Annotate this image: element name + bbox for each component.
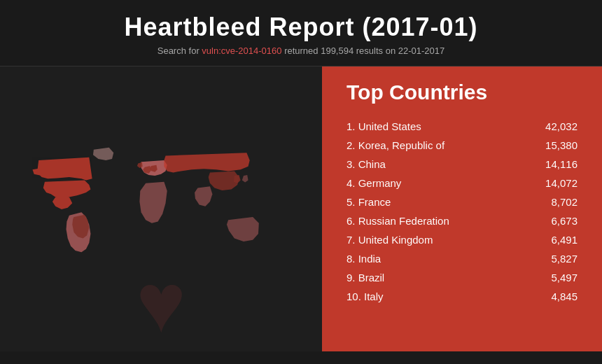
country-name: 3. China [346, 158, 536, 170]
page-header: Heartbleed Report (2017-01) Search for v… [0, 0, 602, 66]
country-row: 2. Korea, Republic of15,380 [346, 136, 578, 155]
country-row: 8. India5,827 [346, 249, 578, 268]
country-name: 4. Germany [346, 177, 536, 189]
country-name: 7. United Kingdom [346, 234, 536, 246]
country-name: 6. Russian Federation [346, 215, 536, 227]
country-row: 4. Germany14,072 [346, 174, 578, 192]
country-name: 5. France [346, 196, 536, 208]
country-count: 6,491 [536, 234, 578, 246]
countries-list: 1. United States42,0322. Korea, Republic… [346, 117, 578, 306]
country-count: 4,845 [536, 290, 578, 302]
countries-heading: Top Countries [346, 80, 578, 104]
country-count: 8,702 [536, 196, 578, 208]
subtitle-prefix: Search for [158, 46, 202, 56]
world-map [8, 74, 314, 344]
country-name: 8. India [346, 253, 536, 265]
country-row: 9. Brazil5,497 [346, 268, 578, 287]
country-count: 15,380 [536, 139, 578, 151]
country-name: 10. Italy [346, 290, 536, 302]
country-name: 9. Brazil [346, 272, 536, 284]
map-section: ♥ [0, 66, 322, 351]
page-title: Heartbleed Report (2017-01) [14, 13, 588, 42]
countries-section: Top Countries 1. United States42,0322. K… [322, 66, 602, 351]
country-name: 1. United States [346, 120, 536, 132]
subtitle-suffix: returned 199,594 results on 22-01-2017 [282, 46, 445, 56]
main-content: ♥ [0, 66, 602, 351]
country-row: 6. Russian Federation6,673 [346, 211, 578, 230]
subtitle: Search for vuln:cve-2014-0160 returned 1… [14, 46, 588, 56]
country-row: 3. China14,116 [346, 155, 578, 174]
country-count: 5,497 [536, 272, 578, 284]
country-row: 10. Italy4,845 [346, 287, 578, 306]
country-count: 42,032 [536, 120, 578, 132]
country-count: 5,827 [536, 253, 578, 265]
country-count: 6,673 [536, 215, 578, 227]
country-name: 2. Korea, Republic of [346, 139, 536, 151]
country-count: 14,116 [536, 158, 578, 170]
country-row: 1. United States42,032 [346, 117, 578, 136]
cve-link[interactable]: vuln:cve-2014-0160 [202, 46, 281, 56]
country-row: 5. France8,702 [346, 192, 578, 211]
country-count: 14,072 [536, 177, 578, 189]
country-row: 7. United Kingdom6,491 [346, 230, 578, 249]
